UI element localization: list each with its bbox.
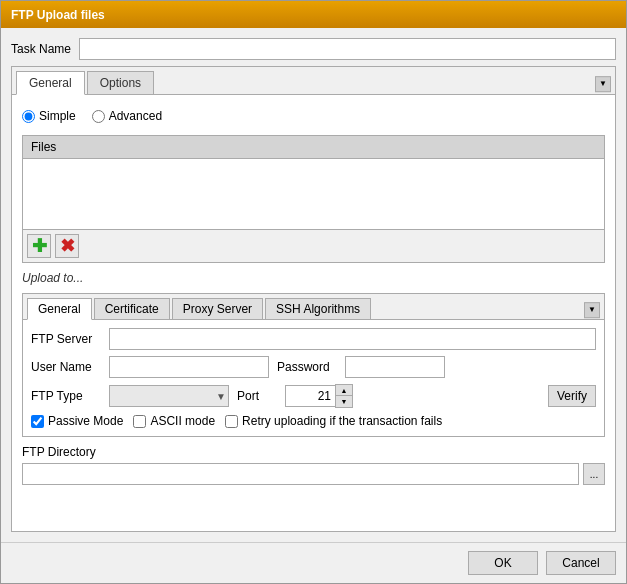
ftp-type-select[interactable]: FTP FTPS SFTP (109, 385, 229, 407)
files-list (23, 159, 604, 229)
radio-advanced-input[interactable] (92, 110, 105, 123)
tab-proxy-server[interactable]: Proxy Server (172, 298, 263, 319)
ftp-server-input[interactable] (109, 328, 596, 350)
checkbox-row: Passive Mode ASCII mode Retry uploading … (31, 414, 596, 428)
window-title: FTP Upload files (11, 8, 105, 22)
outer-tab-dropdown-icon[interactable]: ▼ (595, 76, 611, 92)
add-file-button[interactable]: ✚ (27, 234, 51, 258)
browse-button[interactable]: ... (583, 463, 605, 485)
ascii-mode-checkbox-label[interactable]: ASCII mode (133, 414, 215, 428)
tab-ssh-algorithms[interactable]: SSH Algorithms (265, 298, 371, 319)
port-wrap: ▲ ▼ (285, 384, 353, 408)
verify-button[interactable]: Verify (548, 385, 596, 407)
port-down-button[interactable]: ▼ (336, 396, 352, 407)
port-up-button[interactable]: ▲ (336, 385, 352, 396)
task-name-row: Task Name (11, 38, 616, 60)
files-toolbar: ✚ ✖ (23, 229, 604, 262)
ftptype-port-row: FTP Type FTP FTPS SFTP ▼ Port (31, 384, 596, 408)
bottom-bar: OK Cancel (1, 542, 626, 583)
port-input[interactable] (285, 385, 335, 407)
upload-to-label: Upload to... (22, 271, 605, 285)
ftp-type-select-wrap: FTP FTPS SFTP ▼ (109, 385, 229, 407)
outer-tabs-container: General Options ▼ Simple Advanced (11, 66, 616, 532)
radio-group: Simple Advanced (22, 105, 605, 127)
files-section: Files ✚ ✖ (22, 135, 605, 263)
cancel-button[interactable]: Cancel (546, 551, 616, 575)
ftp-directory-label: FTP Directory (22, 445, 605, 459)
ftp-directory-row: ... (22, 463, 605, 485)
ok-button[interactable]: OK (468, 551, 538, 575)
retry-upload-checkbox-label[interactable]: Retry uploading if the transaction fails (225, 414, 442, 428)
ftp-server-row: FTP Server (31, 328, 596, 350)
title-bar: FTP Upload files (1, 1, 626, 28)
outer-tab-content: Simple Advanced Files ✚ ✖ (12, 95, 615, 531)
ascii-mode-checkbox[interactable] (133, 415, 146, 428)
files-header: Files (23, 136, 604, 159)
inner-tab-content: FTP Server User Name Password FTP (23, 320, 604, 436)
username-input[interactable] (109, 356, 269, 378)
ftp-directory-section: FTP Directory ... (22, 445, 605, 485)
main-content: Task Name General Options ▼ Simple (1, 28, 626, 542)
radio-advanced-label: Advanced (109, 109, 162, 123)
inner-tab-bar: General Certificate Proxy Server SSH Alg… (23, 294, 604, 320)
tab-general-outer[interactable]: General (16, 71, 85, 95)
port-label: Port (237, 389, 277, 403)
tab-options[interactable]: Options (87, 71, 154, 94)
ftp-type-label: FTP Type (31, 389, 101, 403)
inner-tabs-container: General Certificate Proxy Server SSH Alg… (22, 293, 605, 437)
inner-tab-dropdown-icon[interactable]: ▼ (584, 302, 600, 318)
password-label: Password (277, 360, 337, 374)
port-spinners: ▲ ▼ (335, 384, 353, 408)
tab-general-inner[interactable]: General (27, 298, 92, 320)
radio-simple-label: Simple (39, 109, 76, 123)
ftp-directory-input[interactable] (22, 463, 579, 485)
task-name-label: Task Name (11, 42, 71, 56)
ascii-mode-label: ASCII mode (150, 414, 215, 428)
radio-advanced[interactable]: Advanced (92, 109, 162, 123)
password-input[interactable] (345, 356, 445, 378)
retry-upload-label: Retry uploading if the transaction fails (242, 414, 442, 428)
radio-simple[interactable]: Simple (22, 109, 76, 123)
task-name-input[interactable] (79, 38, 616, 60)
window: FTP Upload files Task Name General Optio… (0, 0, 627, 584)
passive-mode-label: Passive Mode (48, 414, 123, 428)
radio-simple-input[interactable] (22, 110, 35, 123)
username-label: User Name (31, 360, 101, 374)
tab-certificate[interactable]: Certificate (94, 298, 170, 319)
passive-mode-checkbox[interactable] (31, 415, 44, 428)
ftp-server-label: FTP Server (31, 332, 101, 346)
remove-file-button[interactable]: ✖ (55, 234, 79, 258)
passive-mode-checkbox-label[interactable]: Passive Mode (31, 414, 123, 428)
retry-upload-checkbox[interactable] (225, 415, 238, 428)
username-password-row: User Name Password (31, 356, 596, 378)
outer-tab-bar: General Options ▼ (12, 67, 615, 95)
